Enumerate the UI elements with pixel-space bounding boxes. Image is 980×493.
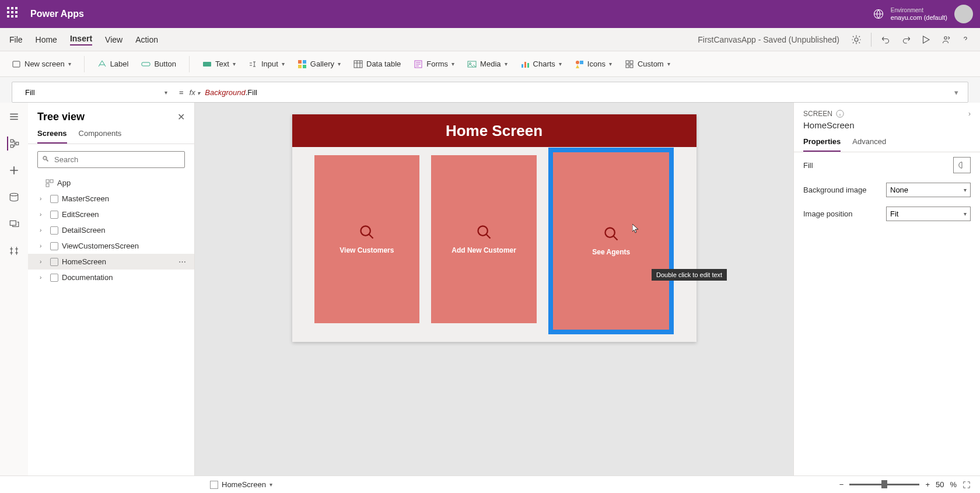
svg-rect-9 bbox=[298, 65, 302, 68]
tab-screens[interactable]: Screens bbox=[37, 129, 67, 144]
svg-point-18 bbox=[576, 61, 579, 64]
card-add-customer[interactable]: Add New Customer bbox=[431, 155, 537, 323]
menu-view[interactable]: View bbox=[105, 35, 123, 44]
ribbon-gallery[interactable]: Gallery▾ bbox=[298, 60, 341, 69]
data-icon[interactable] bbox=[7, 190, 21, 204]
menu-home[interactable]: Home bbox=[36, 35, 57, 44]
magnifier-icon bbox=[476, 224, 492, 240]
cursor-icon bbox=[632, 224, 639, 233]
menu-action[interactable]: Action bbox=[135, 35, 158, 44]
redo-icon[interactable] bbox=[901, 34, 911, 45]
ribbon-input[interactable]: Input▾ bbox=[249, 60, 285, 69]
svg-rect-32 bbox=[46, 184, 49, 187]
tree-item-detailscreen[interactable]: ›DetailScreen bbox=[28, 222, 194, 238]
ribbon-new-screen[interactable]: New screen▾ bbox=[12, 60, 71, 69]
equals-sign: = bbox=[179, 88, 184, 97]
svg-rect-6 bbox=[203, 62, 211, 67]
bgimage-select[interactable]: None▾ bbox=[886, 183, 971, 197]
card-see-agents-selected[interactable]: See Agents Double click to edit text bbox=[548, 148, 674, 334]
chevron-right-icon[interactable]: › bbox=[968, 110, 971, 118]
svg-marker-20 bbox=[576, 65, 579, 68]
zoom-out-button[interactable]: − bbox=[839, 480, 844, 489]
svg-point-33 bbox=[360, 226, 370, 236]
svg-point-35 bbox=[605, 228, 614, 237]
tree-item-viewcustomersscreen[interactable]: ›ViewCustomersScreen bbox=[28, 238, 194, 254]
tree-item-documentation[interactable]: ›Documentation bbox=[28, 270, 194, 285]
tree-search-input[interactable] bbox=[37, 151, 185, 168]
ribbon-button[interactable]: Button bbox=[141, 60, 176, 69]
ribbon-icons[interactable]: Icons▾ bbox=[575, 60, 612, 69]
zoom-in-button[interactable]: + bbox=[925, 480, 930, 489]
help-icon[interactable] bbox=[960, 34, 971, 45]
formula-input[interactable]: Background.Fill bbox=[205, 88, 257, 97]
svg-rect-7 bbox=[298, 60, 302, 64]
zoom-value: 50 bbox=[936, 480, 944, 489]
hamburger-icon[interactable] bbox=[7, 110, 21, 124]
tree-view-icon[interactable] bbox=[7, 137, 21, 151]
tree-item-homescreen[interactable]: ›HomeScreen⋯ bbox=[28, 254, 194, 270]
tree-item-app[interactable]: App bbox=[28, 175, 194, 191]
app-name: Power Apps bbox=[30, 9, 84, 19]
environment-label[interactable]: Environment enayu.com (default) bbox=[891, 6, 947, 22]
prop-fill-label: Fill bbox=[803, 161, 953, 170]
menu-file[interactable]: File bbox=[9, 35, 23, 44]
svg-point-34 bbox=[478, 226, 487, 236]
menu-insert[interactable]: Insert bbox=[70, 34, 92, 46]
svg-rect-26 bbox=[10, 145, 13, 148]
more-icon[interactable]: ⋯ bbox=[178, 257, 187, 266]
home-screen-preview[interactable]: Home Screen View Customers Add New Custo… bbox=[292, 114, 696, 342]
ribbon-charts[interactable]: Charts▾ bbox=[520, 60, 562, 69]
fx-label[interactable]: fx ▾ bbox=[190, 88, 201, 97]
fill-color-button[interactable] bbox=[953, 157, 971, 173]
ribbon-text[interactable]: Text▾ bbox=[202, 60, 236, 69]
section-label: SCREEN bbox=[803, 110, 832, 118]
fit-screen-icon[interactable] bbox=[963, 481, 971, 489]
canvas-area[interactable]: Home Screen View Customers Add New Custo… bbox=[195, 103, 793, 475]
status-screen-selector[interactable]: HomeScreen ▾ bbox=[210, 480, 272, 489]
expand-formula-icon[interactable]: ▾ bbox=[954, 88, 958, 97]
waffle-icon[interactable] bbox=[7, 7, 21, 21]
svg-rect-27 bbox=[16, 142, 19, 145]
play-icon[interactable] bbox=[921, 34, 931, 45]
user-avatar[interactable] bbox=[954, 5, 973, 23]
svg-point-28 bbox=[10, 193, 18, 196]
svg-rect-25 bbox=[10, 139, 13, 142]
tree-title: Tree view bbox=[37, 111, 85, 123]
insert-plus-icon[interactable] bbox=[7, 163, 21, 177]
property-selector[interactable]: Fill▾ bbox=[22, 88, 173, 97]
tree-item-editscreen[interactable]: ›EditScreen bbox=[28, 207, 194, 222]
app-header: Power Apps Environment enayu.com (defaul… bbox=[0, 0, 980, 28]
svg-rect-31 bbox=[50, 180, 53, 183]
menu-bar: File Home Insert View Action FirstCanvas… bbox=[0, 28, 980, 51]
imgpos-select[interactable]: Fit▾ bbox=[886, 207, 971, 221]
ribbon-forms[interactable]: Forms▾ bbox=[414, 60, 454, 69]
tab-properties[interactable]: Properties bbox=[803, 137, 841, 152]
svg-point-1 bbox=[855, 38, 858, 41]
tree-view-panel: Tree view ✕ Screens Components 🔍︎ App ›M… bbox=[28, 103, 195, 475]
doc-status: FirstCanvasApp - Saved (Unpublished) bbox=[698, 35, 839, 44]
ribbon-custom[interactable]: Custom▾ bbox=[625, 60, 670, 69]
close-tree-icon[interactable]: ✕ bbox=[177, 111, 185, 123]
svg-rect-8 bbox=[303, 60, 306, 64]
ribbon-data-table[interactable]: Data table bbox=[354, 60, 401, 69]
media-panel-icon[interactable] bbox=[7, 217, 21, 231]
tab-components[interactable]: Components bbox=[79, 129, 122, 144]
tab-advanced[interactable]: Advanced bbox=[852, 137, 886, 152]
tools-icon[interactable] bbox=[7, 244, 21, 258]
tree-item-masterscreen[interactable]: ›MasterScreen bbox=[28, 191, 194, 207]
undo-icon[interactable] bbox=[881, 34, 891, 45]
share-icon[interactable] bbox=[940, 34, 951, 45]
ribbon-label[interactable]: Label bbox=[97, 60, 129, 69]
svg-rect-24 bbox=[630, 65, 633, 68]
svg-rect-22 bbox=[630, 61, 633, 64]
info-icon[interactable] bbox=[836, 110, 844, 118]
prop-bgimage-label: Background image bbox=[803, 186, 886, 194]
props-title: HomeScreen bbox=[794, 120, 980, 135]
card-view-customers[interactable]: View Customers bbox=[314, 155, 420, 323]
zoom-slider[interactable] bbox=[849, 484, 919, 485]
status-bar: HomeScreen ▾ − + 50 % bbox=[0, 475, 980, 493]
screen-title[interactable]: Home Screen bbox=[292, 114, 696, 147]
ribbon-media[interactable]: Media▾ bbox=[467, 60, 507, 69]
tree-list: App ›MasterScreen ›EditScreen ›DetailScr… bbox=[28, 175, 194, 475]
health-icon[interactable] bbox=[851, 34, 862, 45]
